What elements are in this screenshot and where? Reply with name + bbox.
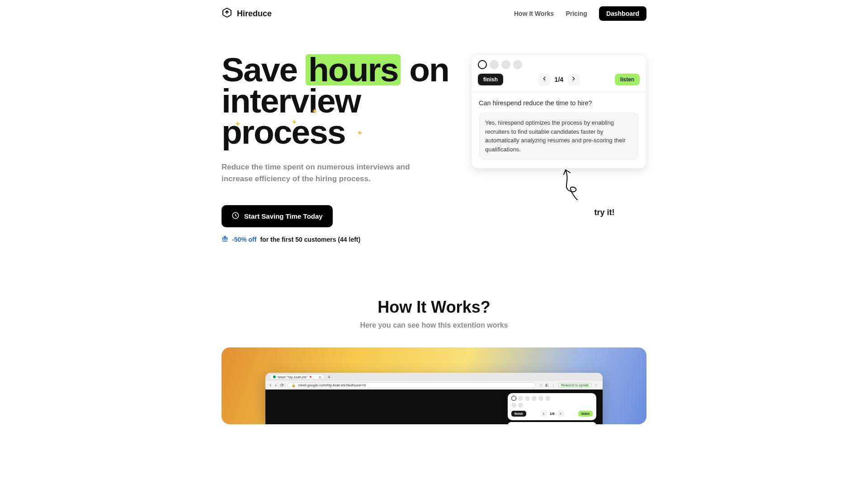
bubble bbox=[525, 396, 530, 401]
widget-question: Can hirespend reduce the time to hire? bbox=[479, 99, 639, 107]
headline-highlight: hours bbox=[306, 54, 401, 85]
bubble bbox=[518, 403, 523, 408]
sparkle-icon: ✦ bbox=[357, 130, 362, 136]
bubble-active bbox=[511, 396, 516, 401]
mini-next-button[interactable]: › bbox=[557, 410, 564, 417]
bubble bbox=[511, 403, 516, 408]
browser-tab[interactable]: Meet "hty-kxaf-ztx" × bbox=[270, 374, 324, 380]
close-icon[interactable]: × bbox=[319, 375, 321, 379]
headline: Save hours on interview process ✦ ✦ ✦ ✦ bbox=[222, 54, 453, 148]
start-saving-button[interactable]: Start Saving Time Today bbox=[222, 205, 333, 227]
chevron-right-icon: › bbox=[560, 412, 561, 416]
stepper: 1/4 bbox=[538, 74, 580, 85]
menu-icon[interactable]: ⋮ bbox=[552, 383, 555, 387]
mini-prev-button[interactable]: ‹ bbox=[541, 410, 547, 417]
gift-icon bbox=[222, 235, 228, 244]
bubble bbox=[490, 60, 499, 69]
subheadline: Reduce the time spent on numerous interv… bbox=[222, 161, 429, 184]
bubble bbox=[538, 396, 543, 401]
chevron-right-icon bbox=[571, 75, 577, 84]
reload-icon[interactable]: ⟳ bbox=[280, 383, 284, 388]
bubble bbox=[545, 396, 550, 401]
bubble bbox=[513, 60, 522, 69]
cta-label: Start Saving Time Today bbox=[244, 212, 323, 220]
hero-left: Save hours on interview process ✦ ✦ ✦ ✦ … bbox=[222, 54, 453, 244]
sparkle-icon: ✦ bbox=[235, 121, 240, 127]
meet-icon bbox=[273, 375, 276, 378]
hero: Save hours on interview process ✦ ✦ ✦ ✦ … bbox=[222, 27, 646, 244]
finish-button[interactable]: finish bbox=[478, 74, 503, 85]
more-icon[interactable]: ⋮ bbox=[594, 383, 598, 387]
tab-title: Meet "hty-kxaf-ztx" bbox=[278, 375, 308, 379]
new-tab-button[interactable]: + bbox=[328, 375, 330, 380]
tryit-label: try it! bbox=[594, 208, 615, 217]
step-label: 1/4 bbox=[553, 76, 565, 83]
top-nav: Hireduce How It Works Pricing Dashboard bbox=[222, 0, 646, 27]
widget-answer: Yes, hirespend optimizes the process by … bbox=[479, 112, 639, 160]
bubble bbox=[501, 60, 510, 69]
how-it-works: How It Works? Here you can see how this … bbox=[222, 298, 646, 329]
progress-bubbles bbox=[478, 60, 532, 69]
extension-icon[interactable]: ◧ bbox=[545, 383, 549, 387]
nav-links: How It Works Pricing Dashboard bbox=[514, 6, 646, 21]
listen-button[interactable]: listen bbox=[615, 74, 640, 85]
bubble bbox=[532, 396, 537, 401]
sparkle-icon: ✦ bbox=[292, 119, 296, 125]
dashboard-button[interactable]: Dashboard bbox=[599, 6, 646, 21]
star-icon[interactable]: ☆ bbox=[539, 383, 542, 387]
demo-screenshot: Meet "hty-kxaf-ztx" × + ‹ › ⟳ 🔒 meet.goo… bbox=[222, 347, 646, 424]
bubble bbox=[518, 396, 523, 401]
forward-icon[interactable]: › bbox=[275, 383, 276, 388]
offer-rest: for the first 50 customers (44 left) bbox=[260, 236, 360, 243]
logo-icon bbox=[222, 7, 232, 20]
relaunch-chip[interactable]: Relaunch to update bbox=[558, 383, 592, 388]
chevron-left-icon bbox=[541, 75, 547, 84]
address-bar[interactable]: 🔒 meet.google.com/hty-kxaf-ztx?authuser=… bbox=[288, 382, 536, 388]
hiw-title: How It Works? bbox=[222, 298, 646, 317]
hiw-sub: Here you can see how this extention work… bbox=[222, 321, 646, 329]
offer-discount: -50% off bbox=[232, 236, 256, 243]
mini-listen-button[interactable]: listen bbox=[578, 411, 593, 417]
chevron-left-icon: ‹ bbox=[543, 412, 544, 416]
mini-finish-button[interactable]: finish bbox=[511, 411, 526, 417]
mini-step-label: 1/6 bbox=[548, 412, 556, 416]
next-button[interactable] bbox=[568, 74, 580, 85]
url-text: meet.google.com/hty-kxaf-ztx?authuser=0 bbox=[298, 383, 366, 387]
hero-right: finish 1/4 bbox=[471, 54, 646, 244]
demo-widget: finish 1/4 bbox=[471, 54, 646, 169]
browser-viewport: finish ‹ 1/6 › listen What is the virtua… bbox=[265, 389, 603, 424]
offer-line: -50% off for the first 50 customers (44 … bbox=[222, 235, 453, 244]
browser-mock: Meet "hty-kxaf-ztx" × + ‹ › ⟳ 🔒 meet.goo… bbox=[265, 373, 603, 424]
mini-widget: finish ‹ 1/6 › listen bbox=[508, 393, 596, 420]
clock-icon bbox=[231, 211, 240, 221]
arrow-icon bbox=[559, 167, 586, 202]
back-icon[interactable]: ‹ bbox=[270, 383, 271, 388]
browser-urlbar: ‹ › ⟳ 🔒 meet.google.com/hty-kxaf-ztx?aut… bbox=[265, 381, 603, 389]
lock-icon: 🔒 bbox=[292, 384, 296, 387]
mini-question: What is the virtual DOM and how does Rea… bbox=[508, 422, 596, 424]
bubble-active bbox=[478, 60, 487, 69]
nav-how-it-works[interactable]: How It Works bbox=[514, 10, 554, 17]
brand-name: Hireduce bbox=[237, 9, 272, 19]
tryit-callout: try it! bbox=[559, 172, 650, 217]
brand[interactable]: Hireduce bbox=[222, 7, 272, 20]
browser-tabbar: Meet "hty-kxaf-ztx" × + bbox=[265, 373, 603, 381]
nav-pricing[interactable]: Pricing bbox=[566, 10, 587, 17]
prev-button[interactable] bbox=[538, 74, 550, 85]
recording-icon bbox=[310, 376, 311, 378]
sparkle-icon: ✦ bbox=[312, 108, 316, 114]
